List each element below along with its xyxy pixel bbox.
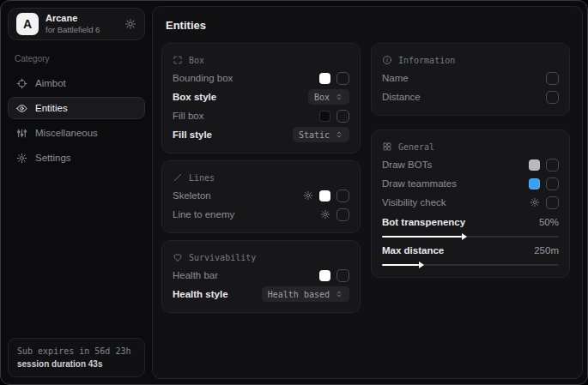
distance-checkbox[interactable] <box>546 91 559 104</box>
setting-label: Draw teammates <box>382 178 457 189</box>
setting-row-fill-style: Fill style Static <box>173 125 349 144</box>
sidebar-item-settings[interactable]: Settings <box>8 147 145 169</box>
setting-label: Bounding box <box>173 73 233 83</box>
fill-box-checkbox[interactable] <box>336 110 349 123</box>
setting-row-skeleton: Skeleton <box>173 186 349 205</box>
line-to-enemy-checkbox[interactable] <box>336 208 349 221</box>
left-column: Box Bounding box Box style Box <box>161 43 361 313</box>
sidebar-item-aimbot[interactable]: Aimbot <box>8 72 145 94</box>
survivability-card: Survivability Health bar Health style He… <box>161 240 361 313</box>
draw-bots-checkbox[interactable] <box>546 159 559 171</box>
app-logo: A <box>16 13 39 35</box>
category-label: Category <box>15 54 138 63</box>
general-card: General Draw BOTs Draw teammates <box>371 129 570 278</box>
setting-label: Skeleton <box>173 190 211 201</box>
card-title: Survivability <box>189 253 256 262</box>
setting-row-bounding-box: Bounding box <box>173 69 349 87</box>
bot-transparency-value: 50% <box>539 217 559 227</box>
right-column: Information Name Distance <box>371 43 570 313</box>
name-checkbox[interactable] <box>546 72 559 85</box>
bounding-box-checkbox[interactable] <box>336 72 349 85</box>
health-style-dropdown[interactable]: Health based <box>262 286 349 302</box>
app-window: A Arcane for Battlefield 6 Category Aimb… <box>0 0 588 385</box>
health-bar-checkbox[interactable] <box>336 269 349 282</box>
health-bar-color-swatch[interactable] <box>319 270 330 281</box>
main-panel: Entities Box Bounding box <box>152 6 583 379</box>
gear-icon <box>16 153 27 164</box>
sidebar-item-label: Settings <box>35 153 71 163</box>
bounding-box-color-swatch[interactable] <box>319 73 330 84</box>
card-title: Information <box>398 56 455 65</box>
setting-label: Name <box>382 73 409 83</box>
scan-box-icon <box>173 55 183 65</box>
skeleton-color-swatch[interactable] <box>319 190 330 202</box>
dropdown-value: Static <box>299 130 330 140</box>
setting-row-health-style: Health style Health based <box>173 285 349 304</box>
setting-row-draw-teammates: Draw teammates <box>382 174 559 193</box>
setting-label: Health style <box>173 289 228 299</box>
app-subtitle: for Battlefield 6 <box>45 25 118 35</box>
brand-settings-icon[interactable] <box>124 18 136 30</box>
session-duration-text: session duration 43s <box>17 358 136 370</box>
setting-row-distance: Distance <box>382 87 559 106</box>
setting-label: Line to enemy <box>173 209 234 220</box>
skeleton-options-gear-icon[interactable] <box>303 190 313 201</box>
setting-label: Bot transpenency <box>382 217 465 227</box>
sidebar-item-entities[interactable]: Entities <box>8 97 145 119</box>
general-card-header: General <box>382 138 559 155</box>
sub-expiry-text: Sub expires in 56d 23h <box>17 345 136 358</box>
lines-card-header: Lines <box>173 169 349 186</box>
brand-text: Arcane for Battlefield 6 <box>45 13 118 35</box>
sidebar: A Arcane for Battlefield 6 Category Aimb… <box>1 1 152 384</box>
max-distance-value: 250m <box>534 245 559 256</box>
chevron-updown-icon <box>335 130 343 139</box>
card-columns: Box Bounding box Box style Box <box>161 43 570 313</box>
eye-icon <box>16 103 27 114</box>
box-style-dropdown[interactable]: Box <box>308 89 349 105</box>
draw-bots-color-swatch[interactable] <box>529 159 540 171</box>
setting-row-draw-bots: Draw BOTs <box>382 155 559 174</box>
line-to-enemy-options-gear-icon[interactable] <box>320 209 330 220</box>
sidebar-item-miscellaneous[interactable]: Miscellaneous <box>8 122 145 144</box>
brand-card: A Arcane for Battlefield 6 <box>8 8 145 40</box>
sidebar-nav: Aimbot Entities Miscellaneous Settings <box>8 72 145 171</box>
slider-fill <box>382 236 462 238</box>
app-name: Arcane <box>45 13 118 25</box>
bot-transparency-slider[interactable] <box>382 233 559 240</box>
information-card: Information Name Distance <box>371 43 570 116</box>
slider-fill <box>382 264 419 266</box>
skeleton-checkbox[interactable] <box>336 189 349 202</box>
setting-row-name: Name <box>382 69 559 87</box>
setting-row-box-style: Box style Box <box>173 87 349 106</box>
heart-icon <box>173 252 183 262</box>
setting-row-line-to-enemy: Line to enemy <box>173 205 349 224</box>
diagonal-line-icon <box>173 172 183 183</box>
setting-label: Fill style <box>173 129 212 140</box>
chevron-updown-icon <box>335 93 343 101</box>
info-icon <box>382 55 392 65</box>
dropdown-value: Health based <box>268 290 330 299</box>
card-title: Box <box>189 56 204 65</box>
visibility-check-checkbox[interactable] <box>546 196 559 209</box>
card-title: Lines <box>189 173 215 183</box>
card-title: General <box>398 142 434 152</box>
sidebar-item-label: Miscellaneous <box>35 128 98 138</box>
draw-teammates-checkbox[interactable] <box>546 177 559 190</box>
sidebar-item-label: Entities <box>35 103 68 113</box>
survivability-card-header: Survivability <box>173 249 349 266</box>
dropdown-value: Box <box>314 93 330 102</box>
sidebar-spacer <box>8 171 145 338</box>
setting-label: Box style <box>173 92 216 102</box>
slider-track <box>382 264 559 266</box>
box-card-header: Box <box>173 51 349 69</box>
draw-teammates-color-swatch[interactable] <box>529 178 540 189</box>
setting-row-health-bar: Health bar <box>173 266 349 285</box>
visibility-check-options-gear-icon[interactable] <box>530 197 540 208</box>
fill-style-dropdown[interactable]: Static <box>293 127 349 142</box>
slider-track <box>382 236 559 238</box>
grid-icon <box>382 141 392 152</box>
page-title: Entities <box>166 19 570 32</box>
sidebar-item-label: Aimbot <box>35 78 66 88</box>
fill-box-color-swatch[interactable] <box>319 111 330 122</box>
max-distance-slider[interactable] <box>382 262 559 268</box>
